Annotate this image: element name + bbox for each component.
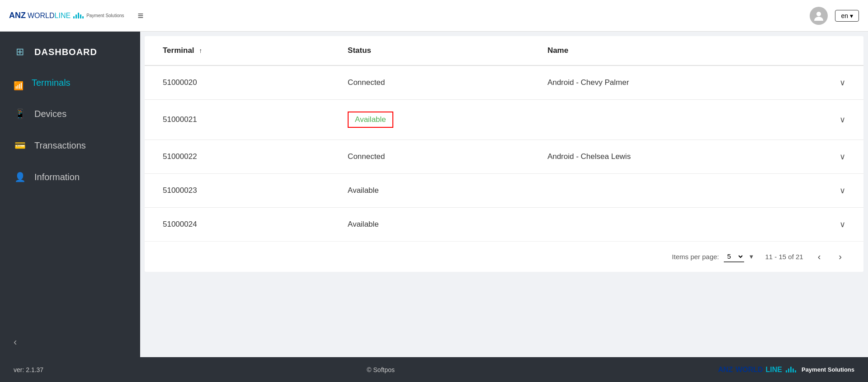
cell-status: Available [330, 174, 529, 208]
sidebar-label-transactions: Transactions [34, 140, 86, 151]
footer: ver: 2.1.37 © Softpos ANZ WORLDLINE Paym… [0, 357, 868, 382]
page-range-info: 11 - 15 of 21 [765, 253, 803, 261]
cell-terminal: 51000021 [145, 100, 330, 140]
terminals-table-container: Terminal ↑ Status Name 51000020Connected… [145, 36, 863, 272]
chevron-down-icon: ▾ [850, 12, 853, 19]
expand-chevron-icon[interactable]: ∨ [840, 186, 845, 195]
copyright-label: © Softpos [43, 366, 718, 373]
sidebar: DASHBOARD Terminals Devices Transactions… [0, 32, 140, 357]
table-row: 51000021Available∨ [145, 100, 863, 140]
expand-chevron-icon[interactable]: ∨ [840, 115, 845, 124]
worldline-text: WORLDLINE [28, 12, 71, 20]
expand-chevron-icon[interactable]: ∨ [840, 220, 845, 229]
table-row: 51000020ConnectedAndroid - Chevy Palmer∨ [145, 65, 863, 100]
logo-subtitle: Payment Solutions [86, 13, 124, 18]
column-header-name: Name [529, 36, 821, 65]
sidebar-label-terminals: Terminals [32, 78, 71, 88]
footer-logo: ANZ WORLDLINE Payment Solutions [718, 366, 854, 374]
table-row: 51000022ConnectedAndroid - Chelsea Lewis… [145, 140, 863, 174]
main-layout: DASHBOARD Terminals Devices Transactions… [0, 32, 868, 357]
phone-icon [14, 108, 26, 120]
person-icon [14, 171, 26, 183]
sidebar-item-information[interactable]: Information [0, 161, 140, 193]
table-row: 51000023Available∨ [145, 174, 863, 208]
cell-terminal: 51000023 [145, 174, 330, 208]
sidebar-label-dashboard: DASHBOARD [34, 47, 97, 57]
cell-terminal: 51000020 [145, 65, 330, 100]
cell-status: Available [330, 100, 529, 140]
column-header-expand [821, 36, 863, 65]
cell-name [529, 100, 821, 140]
signal-bars-icon [73, 13, 84, 19]
header: ANZ WORLDLINE Payment Solutions ≡ en [0, 0, 868, 32]
expand-chevron-cell[interactable]: ∨ [821, 100, 863, 140]
expand-chevron-icon[interactable]: ∨ [840, 152, 845, 161]
footer-signal-bars-icon [786, 367, 796, 373]
expand-chevron-cell[interactable]: ∨ [821, 65, 863, 100]
items-per-page-control: Items per page: 5 10 25 ▼ [672, 251, 754, 262]
sidebar-collapse-button[interactable]: ‹ [0, 327, 140, 357]
sidebar-item-terminals[interactable]: Terminals [0, 68, 140, 98]
wifi-icon [14, 79, 24, 87]
terminals-table: Terminal ↑ Status Name 51000020Connected… [145, 36, 863, 241]
sidebar-item-dashboard[interactable]: DASHBOARD [0, 36, 140, 68]
sidebar-label-information: Information [34, 172, 80, 182]
cell-status: Connected [330, 140, 529, 174]
expand-chevron-cell[interactable]: ∨ [821, 208, 863, 242]
anz-text: ANZ [9, 11, 26, 20]
hamburger-menu-button[interactable]: ≡ [138, 10, 144, 22]
cell-terminal: 51000024 [145, 208, 330, 242]
cell-status: Available [330, 208, 529, 242]
home-icon [14, 46, 26, 58]
collapse-arrow-icon: ‹ [14, 336, 17, 348]
column-header-status: Status [330, 36, 529, 65]
expand-chevron-cell[interactable]: ∨ [821, 140, 863, 174]
card-icon [14, 140, 26, 151]
expand-chevron-cell[interactable]: ∨ [821, 174, 863, 208]
cell-terminal: 51000022 [145, 140, 330, 174]
chevron-down-icon: ▼ [749, 253, 755, 260]
cell-status: Connected [330, 65, 529, 100]
table-row: 51000024Available∨ [145, 208, 863, 242]
logo: ANZ WORLDLINE Payment Solutions [9, 11, 124, 20]
sidebar-item-transactions[interactable]: Transactions [0, 130, 140, 161]
language-selector[interactable]: en ▾ [835, 10, 859, 22]
footer-world-text: WORLD [736, 366, 763, 374]
status-highlighted-badge: Available [348, 112, 393, 128]
version-label: ver: 2.1.37 [14, 366, 43, 373]
header-right: en ▾ [810, 7, 859, 25]
cell-name [529, 208, 821, 242]
cell-name: Android - Chevy Palmer [529, 65, 821, 100]
column-header-terminal[interactable]: Terminal ↑ [145, 36, 330, 65]
footer-logo-text: Payment Solutions [802, 366, 854, 373]
items-per-page-label: Items per page: [672, 253, 719, 261]
sort-arrow-icon: ↑ [199, 47, 202, 54]
footer-anz-text: ANZ [718, 366, 733, 374]
prev-page-button[interactable]: ‹ [814, 250, 825, 264]
next-page-button[interactable]: › [835, 250, 845, 264]
pagination-bar: Items per page: 5 10 25 ▼ 11 - 15 of 21 … [145, 241, 863, 272]
anz-logo: ANZ WORLDLINE [9, 11, 84, 20]
cell-name: Android - Chelsea Lewis [529, 140, 821, 174]
content-area: Terminal ↑ Status Name 51000020Connected… [140, 32, 868, 357]
user-avatar[interactable] [810, 7, 828, 25]
sidebar-item-devices[interactable]: Devices [0, 98, 140, 130]
cell-name [529, 174, 821, 208]
items-per-page-select[interactable]: 5 10 25 [724, 251, 744, 262]
table-header-row: Terminal ↑ Status Name [145, 36, 863, 65]
sidebar-label-devices: Devices [34, 109, 66, 119]
expand-chevron-icon[interactable]: ∨ [840, 78, 845, 87]
footer-line-text: LINE [766, 366, 782, 374]
svg-point-0 [816, 12, 821, 16]
